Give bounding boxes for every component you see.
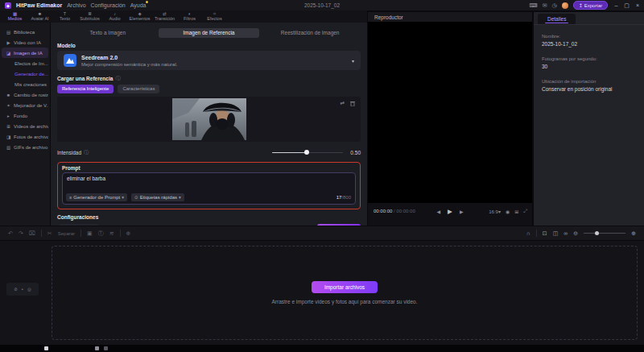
link-icon[interactable]: ∞ bbox=[564, 230, 568, 236]
delete-icon[interactable]: ⌧ bbox=[29, 230, 35, 237]
sidebar-item-generador-de[interactable]: Generador de... bbox=[2, 68, 48, 79]
tab-audio[interactable]: ♪ Audio bbox=[102, 10, 127, 23]
taskbar-app-icon[interactable] bbox=[104, 346, 108, 350]
tab-texto[interactable]: T Texto bbox=[52, 10, 77, 23]
zoom-in-icon[interactable]: ⊕ bbox=[631, 230, 636, 237]
generator-tabs: Texto a Imagen Imagen de Referencia Rees… bbox=[57, 28, 361, 38]
tab-caracteristicas[interactable]: Características bbox=[118, 85, 159, 93]
fit-timeline-icon[interactable]: ⊡ bbox=[543, 230, 547, 237]
quick-tags-button[interactable]: ⊙ Etiquetas rápidas ▾ bbox=[131, 193, 184, 201]
zoom-out-icon[interactable]: ⊖ bbox=[573, 230, 578, 237]
mixer-icon[interactable]: ≋ bbox=[109, 230, 114, 237]
previous-frame-icon[interactable]: ◀ bbox=[436, 209, 440, 214]
record-icon[interactable]: ⊕ bbox=[126, 230, 131, 237]
close-button[interactable]: × bbox=[636, 2, 639, 8]
timeline-zoom-slider[interactable] bbox=[584, 230, 625, 237]
play-icon[interactable]: ▶ bbox=[448, 208, 452, 215]
timeline-area: ⊘ ▪ ◎ Importar archivos Arrastre e impor… bbox=[0, 241, 644, 345]
taskbar-app-icon[interactable] bbox=[95, 346, 99, 350]
sidebar-item-video-con-ia[interactable]: ▶ Video con IA bbox=[2, 37, 48, 48]
time-display: 00:00:00 / 00:00:00 bbox=[374, 209, 415, 213]
menu-archivo[interactable]: Archivo bbox=[67, 2, 85, 8]
sidebar-item-cambio-de-rostro[interactable]: ☻ Cambio de rostro bbox=[2, 89, 48, 100]
stock-gifs-icon: ▥ bbox=[6, 145, 11, 150]
grid-icon[interactable]: ⊞ bbox=[514, 209, 518, 214]
tab-transicion[interactable]: ⇄ Transición bbox=[152, 10, 177, 23]
media-dropzone[interactable]: Importar archivos Arrastre e importe vid… bbox=[52, 246, 638, 340]
magnet-icon[interactable]: ∩ bbox=[526, 230, 530, 236]
shortcut-keyboard-icon[interactable]: ⌨ bbox=[530, 2, 538, 9]
track-hide-icon[interactable]: ◎ bbox=[27, 287, 31, 292]
slider-handle[interactable] bbox=[595, 231, 599, 235]
track-mute-icon[interactable]: ⊘ bbox=[14, 287, 18, 292]
tab-filtros[interactable]: ◐ Filtros bbox=[177, 10, 202, 23]
feedback-icon[interactable]: ✉ bbox=[543, 2, 547, 9]
reference-thumbnail[interactable] bbox=[172, 98, 246, 140]
tab-efectos[interactable]: ✧ Efectos bbox=[202, 10, 227, 23]
minimize-button[interactable]: – bbox=[614, 2, 617, 8]
split-icon[interactable]: ✂ bbox=[47, 230, 52, 237]
intensity-slider[interactable] bbox=[272, 148, 343, 156]
marker-icon[interactable]: ◫ bbox=[553, 230, 559, 237]
tab-avatar-ai[interactable]: ☻ Avatar AI bbox=[27, 10, 52, 23]
prompt-generator-button[interactable]: ≡ Generador de Prompt ▾ bbox=[66, 193, 127, 201]
history-icon[interactable]: ◷ bbox=[552, 2, 557, 9]
replace-image-icon[interactable]: ⇄ bbox=[341, 100, 345, 106]
user-avatar[interactable] bbox=[562, 2, 568, 9]
restore-button[interactable]: ▢ bbox=[624, 2, 630, 9]
reference-upload-area[interactable]: ⇄ bbox=[57, 97, 361, 142]
sidebar-item-mejorador-de-video[interactable]: ✦ Mejorador de V... bbox=[2, 100, 48, 110]
export-button[interactable]: ↥ Exportar bbox=[573, 1, 609, 10]
dropzone-hint: Arrastre e importe videos y fotos aquí p… bbox=[271, 299, 417, 304]
sidebar: ▤ Biblioteca ▶ Video con IA ◪ Imagen de … bbox=[0, 23, 50, 226]
chevron-down-icon: ▾ bbox=[122, 195, 124, 200]
sidebar-item-fotos-de-archivo[interactable]: ◨ Fotos de archivo bbox=[2, 131, 48, 142]
menu-configuracion[interactable]: Configuración bbox=[91, 2, 126, 8]
delete-image-icon[interactable] bbox=[350, 101, 355, 106]
taskbar-app-icon[interactable] bbox=[44, 346, 48, 350]
player-controls: 00:00:00 / 00:00:00 ◀ ▶ ▶ 16:9▾ ◉ ⊞ ⤢ bbox=[368, 203, 532, 226]
sidebar-item-fondo[interactable]: ▸ Fondo bbox=[2, 110, 48, 121]
settings-label: Configuraciones bbox=[57, 214, 361, 220]
sidebar-item-gifs-de-archivo[interactable]: ▥ GIFs de archivo bbox=[2, 142, 48, 152]
tab-medios[interactable]: ▦ Medios bbox=[2, 10, 27, 23]
crop-icon[interactable]: ▣ bbox=[87, 230, 93, 237]
sidebar-item-efectos-de-imagen[interactable]: Efectos de Im... bbox=[2, 58, 48, 68]
model-description: Mejor comprensión semántica y más natura… bbox=[81, 61, 177, 68]
enhancer-icon: ✦ bbox=[6, 103, 11, 108]
tab-reestilizacion-de-imagen[interactable]: Reestilización de Imagen bbox=[259, 28, 361, 38]
slider-handle[interactable] bbox=[304, 150, 309, 155]
menu-ayuda[interactable]: Ayuda bbox=[130, 2, 147, 8]
tab-subtitulos[interactable]: ≣ Subtítulos bbox=[77, 10, 102, 23]
fullscreen-icon[interactable]: ⤢ bbox=[523, 209, 527, 214]
aspect-ratio-dropdown[interactable]: 16:9▾ bbox=[489, 209, 501, 214]
titlebar: ◆ HitPaw Edimakor Archivo Configuración … bbox=[0, 0, 644, 10]
reference-label: Cargar una Referencia bbox=[57, 76, 113, 81]
import-files-button[interactable]: Importar archivos bbox=[312, 281, 378, 293]
redo-icon[interactable]: ↷ bbox=[19, 230, 23, 237]
sidebar-item-mis-creaciones[interactable]: Mis creaciones bbox=[2, 79, 48, 89]
sidebar-item-videos-de-archivo[interactable]: ⊞ Videos de archivo bbox=[2, 121, 48, 131]
track-lock-icon[interactable]: ▪ bbox=[22, 287, 23, 292]
tab-imagen-de-referencia[interactable]: Imagen de Referencia bbox=[159, 28, 260, 38]
tab-detalles[interactable]: Detalles bbox=[538, 14, 576, 24]
prompt-highlight-box: Prompt eliminar el barba ≡ Generador de … bbox=[57, 162, 361, 209]
video-preview[interactable] bbox=[368, 22, 532, 203]
sidebar-item-imagen-de-ia[interactable]: ◪ Imagen de IA bbox=[2, 48, 48, 58]
chevron-down-icon[interactable]: ▾ bbox=[352, 58, 354, 64]
info-icon: ⓘ bbox=[84, 149, 89, 156]
next-frame-icon[interactable]: ▶ bbox=[460, 209, 464, 214]
tab-elementos[interactable]: ◈ Elementos bbox=[127, 10, 152, 23]
snapshot-icon[interactable]: ◉ bbox=[506, 209, 510, 214]
split-label[interactable]: Separar bbox=[58, 231, 75, 236]
undo-icon[interactable]: ↶ bbox=[8, 230, 13, 237]
chevron-down-icon: ▾ bbox=[498, 209, 501, 214]
tab-referencia-inteligente[interactable]: Referencia Inteligente bbox=[57, 85, 114, 93]
text-tool-icon[interactable]: Ⓣ bbox=[98, 230, 104, 238]
prompt-input[interactable]: eliminar el barba ≡ Generador de Prompt … bbox=[62, 172, 356, 205]
sidebar-item-biblioteca[interactable]: ▤ Biblioteca bbox=[2, 27, 48, 37]
tab-texto-a-imagen[interactable]: Texto a Imagen bbox=[57, 28, 159, 38]
model-label: Modelo bbox=[57, 43, 361, 48]
notification-dot bbox=[146, 1, 148, 3]
model-selector[interactable]: Seedream 2.0 Mejor comprensión semántica… bbox=[57, 51, 361, 70]
